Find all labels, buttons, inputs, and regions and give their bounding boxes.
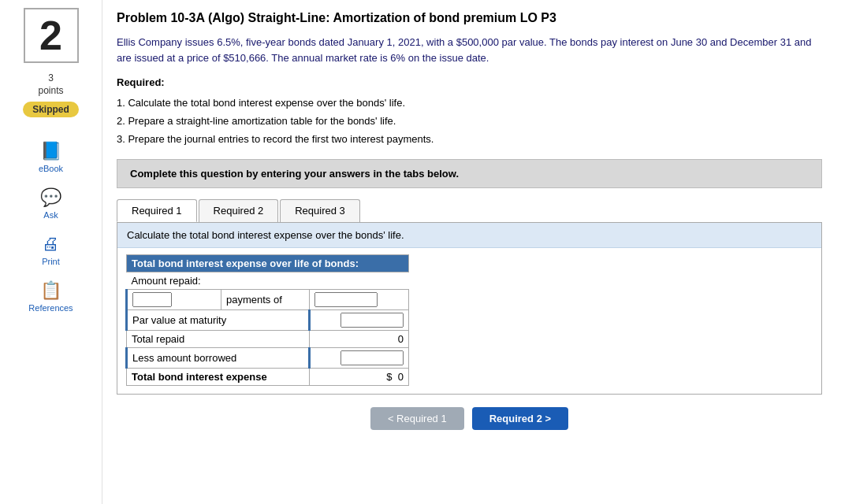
- tab-required-2[interactable]: Required 2: [199, 199, 279, 222]
- ebook-icon: 📘: [40, 141, 61, 161]
- problem-description: Ellis Company issues 6.5%, five-year bon…: [117, 35, 822, 65]
- requirements-list: 1. Calculate the total bond interest exp…: [117, 94, 822, 148]
- par-value-input[interactable]: [340, 313, 404, 328]
- references-label: References: [28, 303, 73, 313]
- nav-buttons: < Required 1 Required 2 >: [117, 407, 822, 430]
- prev-button[interactable]: < Required 1: [370, 407, 464, 430]
- tab-required-1[interactable]: Required 1: [117, 199, 197, 222]
- tab-instruction: Calculate the total bond interest expens…: [117, 223, 821, 248]
- tab-content: Calculate the total bond interest expens…: [117, 222, 822, 395]
- total-interest-label: Total bond interest expense: [127, 369, 310, 386]
- less-amount-input[interactable]: [340, 350, 404, 365]
- points-label: 3points: [38, 72, 63, 97]
- table-header-row: Total bond interest expense over life of…: [127, 255, 409, 272]
- ask-icon: 💬: [40, 187, 61, 208]
- payments-row: payments of: [127, 290, 409, 310]
- payments-amount-cell[interactable]: [310, 290, 409, 310]
- less-amount-input-cell[interactable]: [310, 348, 409, 369]
- less-amount-row: Less amount borrowed: [127, 348, 409, 369]
- skipped-badge: Skipped: [23, 102, 79, 117]
- required-section-label: Required:: [117, 76, 822, 88]
- total-interest-expense-row: Total bond interest expense $ 0: [127, 369, 409, 386]
- payments-input-cell[interactable]: [127, 290, 221, 310]
- ask-label: Ask: [43, 210, 58, 220]
- total-repaid-value: 0: [310, 331, 409, 348]
- payments-count-input[interactable]: [132, 292, 172, 307]
- par-value-row: Par value at maturity: [127, 310, 409, 331]
- requirement-1: 1. Calculate the total bond interest exp…: [117, 94, 822, 112]
- dollar-sign: $: [386, 371, 392, 383]
- payments-amount-input[interactable]: [314, 292, 378, 307]
- total-repaid-label: Total repaid: [127, 331, 310, 348]
- total-interest-value: 0: [398, 371, 404, 383]
- print-icon: 🖨: [42, 234, 59, 254]
- problem-title: Problem 10-3A (Algo) Straight-Line: Amor…: [117, 11, 822, 25]
- ask-button[interactable]: 💬 Ask: [40, 187, 61, 220]
- amount-repaid-row: Amount repaid:: [127, 272, 409, 290]
- par-value-input-cell[interactable]: [310, 310, 409, 331]
- table-header-cell: Total bond interest expense over life of…: [127, 255, 409, 272]
- print-button[interactable]: 🖨 Print: [42, 234, 60, 266]
- ebook-button[interactable]: 📘 eBook: [39, 141, 63, 173]
- requirement-2: 2. Prepare a straight-line amortization …: [117, 113, 822, 130]
- data-table-wrapper: Total bond interest expense over life of…: [117, 248, 821, 394]
- payments-of-label: payments of: [226, 294, 282, 306]
- total-repaid-row: Total repaid 0: [127, 331, 409, 348]
- next-button[interactable]: Required 2 >: [472, 407, 568, 430]
- references-button[interactable]: 📋 References: [28, 280, 73, 313]
- main-content: Problem 10-3A (Algo) Straight-Line: Amor…: [102, 0, 841, 504]
- bond-interest-table: Total bond interest expense over life of…: [125, 254, 409, 386]
- references-icon: 📋: [40, 280, 61, 301]
- instruction-bar: Complete this question by entering your …: [117, 159, 822, 188]
- requirement-3: 3. Prepare the journal entries to record…: [117, 131, 822, 148]
- tab-required-3[interactable]: Required 3: [280, 199, 360, 222]
- par-value-label: Par value at maturity: [127, 310, 310, 331]
- payments-label-cell: payments of: [221, 290, 310, 310]
- ebook-label: eBook: [39, 164, 63, 173]
- amount-repaid-label: Amount repaid:: [127, 272, 409, 290]
- less-amount-label: Less amount borrowed: [127, 348, 310, 369]
- print-label: Print: [42, 257, 60, 266]
- sidebar: 2 3points Skipped 📘 eBook 💬 Ask 🖨 Print …: [0, 0, 102, 504]
- problem-number: 2: [24, 8, 79, 63]
- tab-bar: Required 1 Required 2 Required 3: [117, 199, 822, 222]
- total-interest-value-cell: $ 0: [310, 369, 409, 386]
